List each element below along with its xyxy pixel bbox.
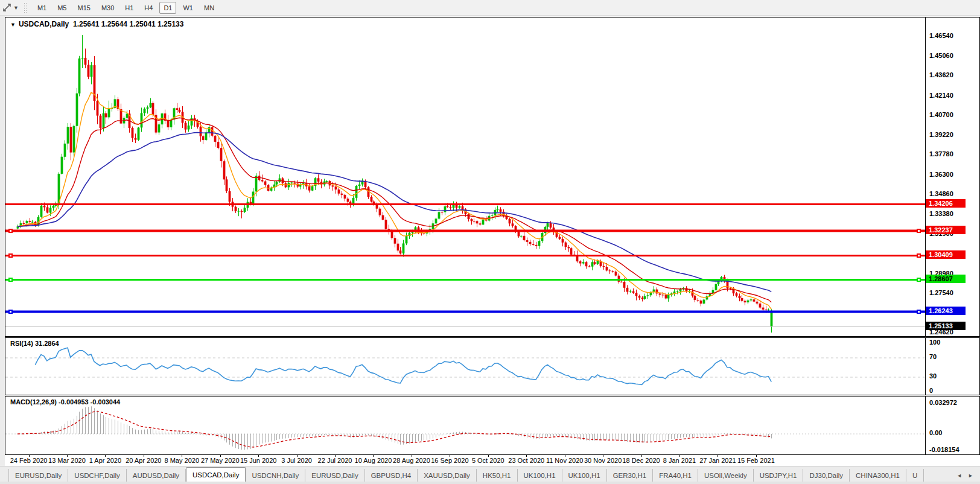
chart-tab-usdchf-daily[interactable]: USDCHF,Daily	[68, 469, 126, 482]
macd-canvas[interactable]	[5, 396, 980, 454]
price-tick-1.36300: 1.36300	[929, 171, 953, 178]
date-label-27-jan-2021: 27 Jan 2021	[699, 457, 736, 464]
time-scale[interactable]: 24 Feb 202013 Mar 20201 Apr 202020 Apr 2…	[5, 455, 980, 466]
date-label-3-jul-2020: 3 Jul 2020	[281, 457, 312, 464]
date-label-18-dec-2020: 18 Dec 2020	[622, 457, 660, 464]
chart-tab-eurusd-daily[interactable]: EURUSD,Daily	[305, 469, 364, 482]
moving-average-21	[18, 118, 771, 302]
chart-tab-usdcnh-daily[interactable]: USDCNH,Daily	[246, 469, 305, 482]
macd-tick-0.032972: 0.032972	[929, 399, 957, 406]
symbol-dropdown-icon[interactable]: ▼	[10, 22, 16, 28]
date-label-23-oct-2020: 23 Oct 2020	[508, 457, 544, 464]
chart-tab-gbpusd-h4[interactable]: GBPUSD,H4	[365, 469, 418, 482]
chart-tab-usdcad-daily[interactable]: USDCAD,Daily	[186, 467, 246, 482]
rsi-tick-0: 0	[929, 387, 933, 394]
price-tick-1.34860: 1.34860	[929, 190, 953, 197]
chart-header: ▼USDCAD,Daily 1.25641 1.25644 1.25041 1.…	[10, 20, 183, 28]
date-label-15-jun-2020: 15 Jun 2020	[240, 457, 277, 464]
chart-tabbar: EURUSD,DailyUSDCHF,DailyAUDUSD,DailyUSDC…	[0, 466, 980, 482]
chart-tab-audusd-daily[interactable]: AUDUSD,Daily	[127, 469, 186, 482]
horizontal-level-1.30409[interactable]	[5, 253, 925, 258]
price-tick-1.37780: 1.37780	[929, 150, 953, 158]
price-tick-1.27540: 1.27540	[929, 289, 953, 296]
chart-tab-ger30-h1[interactable]: GER30,H1	[607, 469, 654, 482]
chart-tab-hk50-h1[interactable]: HK50,H1	[477, 469, 518, 482]
macd-label: MACD(12,26,9) -0.004953 -0.003044	[10, 398, 120, 406]
macd-signal-line	[18, 412, 771, 447]
price-tick-1.43620: 1.43620	[929, 71, 953, 78]
date-label-1-apr-2020: 1 Apr 2020	[89, 457, 121, 464]
macd-tick-0.00: 0.00	[929, 429, 942, 436]
tool-dropdown-icon[interactable]: ▼	[13, 5, 19, 11]
macd-panel[interactable]: MACD(12,26,9) -0.004953 -0.003044	[5, 396, 980, 455]
timeframe-buttons: M1M5M15M30H1H4D1W1MN	[32, 2, 220, 14]
macd-tick--0.018154: -0.018154	[929, 446, 959, 453]
trading-terminal: { "icons": { "caret": "▼", "header_dropd…	[0, 0, 980, 484]
timeframe-button-m5[interactable]: M5	[53, 2, 71, 14]
level-price-tag-1.28607: 1.28607	[926, 275, 966, 283]
price-tick-1.40700: 1.40700	[929, 111, 953, 118]
level-price-tag-1.30409: 1.30409	[926, 250, 966, 259]
timeframe-button-m15[interactable]: M15	[73, 2, 94, 14]
timeframe-toolbar: ▼ M1M5M15M30H1H4D1W1MN	[0, 0, 980, 16]
statusbar-strip	[0, 482, 980, 484]
date-label-24-feb-2020: 24 Feb 2020	[10, 457, 48, 464]
tab-scroll-right-icon[interactable]: ►	[965, 471, 976, 480]
chart-tab-uk100-h1[interactable]: UK100,H1	[562, 469, 607, 482]
current-price-tag: 1.25133	[926, 322, 966, 330]
date-label-10-aug-2020: 10 Aug 2020	[355, 457, 392, 464]
level-price-tag-1.34206: 1.34206	[926, 199, 966, 208]
date-label-11-nov-2020: 11 Nov 2020	[546, 457, 584, 464]
rsi-tick-30: 30	[929, 372, 937, 380]
chart-tab-usdjpy-h1[interactable]: USDJPY,H1	[754, 469, 804, 482]
date-label-28-aug-2020: 28 Aug 2020	[393, 457, 430, 464]
timeframe-button-h4[interactable]: H4	[140, 2, 157, 14]
chart-ohlc-quote: 1.25641 1.25644 1.25041 1.25133	[73, 20, 184, 28]
horizontal-level-1.26243[interactable]	[5, 310, 925, 314]
price-tick-1.33380: 1.33380	[929, 210, 953, 217]
chart-tab-china300-h1[interactable]: CHINA300,H1	[850, 469, 906, 482]
chart-tab-xauusd-daily[interactable]: XAUUSD,Daily	[418, 469, 477, 482]
rsi-line	[35, 348, 771, 384]
chart-tab-fra40-h1[interactable]: FRA40,H1	[653, 469, 698, 482]
chart-tab-u[interactable]: U	[906, 469, 924, 482]
toolbar-grip[interactable]	[24, 2, 27, 13]
price-tick-1.46540: 1.46540	[929, 32, 953, 39]
chart-symbol-label: USDCAD,Daily	[19, 20, 69, 28]
chart-tab-eurusd-daily[interactable]: EURUSD,Daily	[8, 469, 68, 482]
chart-tab-usoil-weekly[interactable]: USOil,Weekly	[698, 469, 754, 482]
chart-tab-dj30-daily[interactable]: DJ30,Daily	[803, 469, 850, 482]
timeframe-button-m1[interactable]: M1	[33, 2, 51, 14]
date-label-8-jan-2021: 8 Jan 2021	[663, 457, 696, 464]
rsi-label: RSI(14) 31.2864	[10, 340, 59, 347]
level-price-tag-1.26243: 1.26243	[926, 307, 966, 315]
date-label-27-may-2020: 27 May 2020	[201, 457, 240, 464]
rsi-tick-100: 100	[929, 339, 940, 346]
timeframe-button-d1[interactable]: D1	[159, 2, 176, 14]
date-label-5-oct-2020: 5 Oct 2020	[472, 457, 504, 464]
chart-tab-uk100-h1[interactable]: UK100,H1	[518, 469, 562, 482]
candlesticks	[17, 35, 773, 333]
date-label-22-jul-2020: 22 Jul 2020	[318, 457, 352, 464]
horizontal-level-1.32237[interactable]	[5, 229, 925, 233]
date-label-8-may-2020: 8 May 2020	[165, 457, 199, 464]
rsi-panel[interactable]: RSI(14) 31.2864	[5, 337, 980, 395]
chart-window: ▼USDCAD,Daily 1.25641 1.25644 1.25041 1.…	[5, 17, 980, 466]
date-label-15-feb-2021: 15 Feb 2021	[737, 457, 775, 464]
rsi-canvas[interactable]	[5, 338, 980, 395]
rsi-tick-70: 70	[929, 353, 937, 360]
date-label-13-mar-2020: 13 Mar 2020	[48, 457, 86, 464]
crosshair-tool-icon[interactable]	[1, 2, 13, 13]
timeframe-button-h1[interactable]: H1	[121, 2, 138, 14]
price-chart-canvas[interactable]	[5, 18, 980, 336]
timeframe-button-w1[interactable]: W1	[179, 2, 197, 14]
level-price-tag-1.32237: 1.32237	[926, 226, 966, 234]
tab-scroll-left-icon[interactable]: ◄	[953, 471, 965, 480]
date-label-20-apr-2020: 20 Apr 2020	[126, 457, 161, 464]
horizontal-level-1.28607[interactable]	[5, 278, 925, 282]
date-label-30-nov-2020: 30 Nov 2020	[584, 457, 622, 464]
timeframe-button-m30[interactable]: M30	[97, 2, 118, 14]
date-label-16-sep-2020: 16 Sep 2020	[431, 457, 468, 464]
price-chart-panel[interactable]: ▼USDCAD,Daily 1.25641 1.25644 1.25041 1.…	[5, 17, 980, 337]
timeframe-button-mn[interactable]: MN	[200, 2, 218, 14]
